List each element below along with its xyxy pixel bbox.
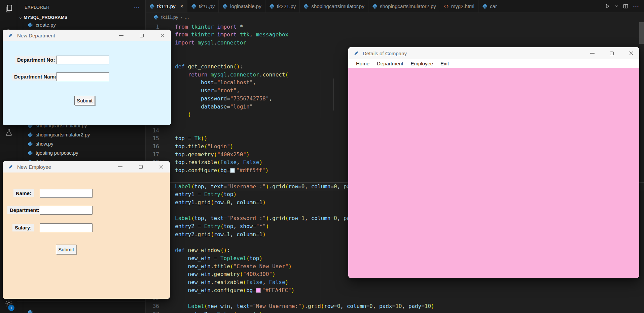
breadcrumb-file[interactable]: tk111.py	[161, 14, 178, 20]
editor-scrollbar[interactable]	[639, 22, 644, 44]
explorer-files-icon[interactable]	[4, 3, 14, 13]
code-token: ,	[237, 87, 240, 94]
tab-loginatable.py[interactable]: loginatable.py	[219, 0, 265, 12]
breadcrumb-more[interactable]: …	[184, 14, 189, 20]
department-titlebar[interactable]: New Department	[3, 30, 171, 41]
tab-canv[interactable]: canv	[478, 0, 497, 12]
close-button[interactable]	[159, 33, 165, 38]
explorer-item-partial[interactable]	[17, 307, 145, 313]
code-token	[207, 71, 211, 78]
code-token: column	[347, 303, 366, 309]
maximize-button[interactable]	[138, 164, 143, 169]
code-token: )	[259, 311, 262, 313]
run-button[interactable]	[605, 3, 610, 9]
html-file-icon	[444, 4, 449, 9]
code-token: ,	[233, 223, 240, 229]
explorer-item-show.py[interactable]: show.py	[17, 139, 145, 148]
python-file-icon	[28, 150, 33, 156]
minimize-button[interactable]	[118, 33, 124, 38]
menu-home[interactable]: Home	[352, 61, 373, 66]
maximize-button[interactable]	[139, 33, 144, 38]
code-token: bg	[246, 287, 253, 293]
code-token: row	[214, 199, 224, 206]
code-token: Entry	[204, 191, 220, 197]
tab-tk221.py[interactable]: tk221.py	[265, 0, 300, 12]
explorer-more-icon[interactable]: ⋯	[134, 4, 140, 11]
department-no-input[interactable]	[56, 56, 109, 64]
code-token: entry1	[175, 191, 194, 197]
breadcrumb[interactable]: tk111.py › …	[146, 13, 638, 22]
editor-actions: ⋯	[600, 0, 644, 12]
code-token: new_win	[188, 279, 211, 285]
code-token: =	[298, 215, 301, 221]
code-token: top	[224, 191, 234, 197]
tab-myg2.html[interactable]: myg2.html	[440, 0, 478, 12]
code-token: row	[214, 231, 224, 238]
code-token: database	[201, 103, 227, 110]
explorer-item-tgesting purpose.py[interactable]: tgesting purpose.py	[17, 148, 145, 157]
tab-shopingcartsimulator.py[interactable]: shopingcartsimulator.py	[300, 0, 368, 12]
explorer-item-create.py[interactable]: create.py	[17, 20, 145, 29]
employee-titlebar[interactable]: New Employee	[3, 161, 170, 173]
department-name-input[interactable]	[56, 72, 109, 81]
run-dropdown-chevron-icon[interactable]	[615, 4, 618, 8]
submit-button[interactable]: Submit	[74, 96, 95, 105]
code-token: )	[266, 183, 269, 190]
code-token: resizable	[188, 159, 217, 165]
menu-exit[interactable]: Exit	[437, 61, 453, 66]
file-row-bottom	[17, 307, 145, 313]
menu-employee[interactable]: Employee	[407, 61, 437, 66]
code-token: )	[291, 287, 295, 293]
code-token: entry2	[175, 231, 194, 238]
sidebar-divider	[17, 302, 145, 302]
department-label: Department:	[7, 206, 42, 214]
salary-input[interactable]	[40, 223, 93, 232]
close-button[interactable]	[158, 164, 164, 169]
tab-shopingcartsimulator2.py[interactable]: shopingcartsimulator2.py	[368, 0, 440, 12]
code-token: new_win	[188, 255, 211, 261]
minimize-button[interactable]	[117, 164, 123, 169]
company-titlebar[interactable]: Details of Company	[348, 47, 639, 59]
tab-label: shopingcartsimulator2.py	[380, 3, 436, 9]
tab-tk111.py[interactable]: tk111.py×	[146, 0, 187, 12]
code-line-34: 34 new_win.configure(bg="#FFA4FC")	[146, 286, 644, 294]
code-token: .	[211, 271, 214, 277]
more-actions-icon[interactable]: ⋯	[633, 3, 639, 10]
code-token: mysql	[211, 71, 227, 78]
department-input[interactable]	[40, 206, 93, 215]
code-token: .	[185, 143, 188, 150]
code-token: Entry	[217, 311, 233, 313]
code-text: def get_connection():	[175, 63, 243, 70]
minimize-button[interactable]	[589, 51, 595, 56]
window-title: New Employee	[17, 164, 51, 170]
maximize-button[interactable]	[609, 51, 614, 56]
code-token: ,	[204, 183, 211, 190]
code-token: (	[191, 215, 194, 221]
code-token: "root"	[217, 87, 237, 94]
code-token: ,	[230, 303, 237, 309]
code-token: (	[220, 223, 224, 229]
code-token: import	[217, 31, 237, 38]
explorer-item-shopingcartsimulator2.py[interactable]: shopingcartsimulator2.py	[17, 130, 145, 139]
code-token: ,	[230, 231, 237, 238]
code-token: .	[185, 167, 188, 174]
code-text: new_win = Toplevel(top)	[175, 255, 262, 261]
code-token: "#dff5ff"	[236, 167, 265, 174]
code-token: =	[224, 199, 227, 206]
close-button[interactable]	[629, 51, 634, 56]
split-editor-icon[interactable]	[623, 3, 629, 9]
code-token: )	[233, 191, 237, 197]
submit-button[interactable]: Submit	[56, 245, 76, 254]
code-token: entry1	[175, 199, 194, 206]
code-token: .	[185, 151, 188, 158]
testing-flask-icon[interactable]	[4, 127, 14, 137]
code-token: tkinter	[191, 24, 214, 30]
code-token: =	[224, 231, 227, 238]
code-token	[175, 95, 201, 102]
tab-label: canv	[490, 3, 497, 9]
tab-tk11.py[interactable]: tk11.py	[187, 0, 219, 12]
code-token: connector	[217, 39, 246, 46]
name-input[interactable]	[40, 189, 93, 198]
menu-department[interactable]: Department	[373, 61, 407, 66]
tab-close-icon[interactable]: ×	[180, 4, 183, 9]
